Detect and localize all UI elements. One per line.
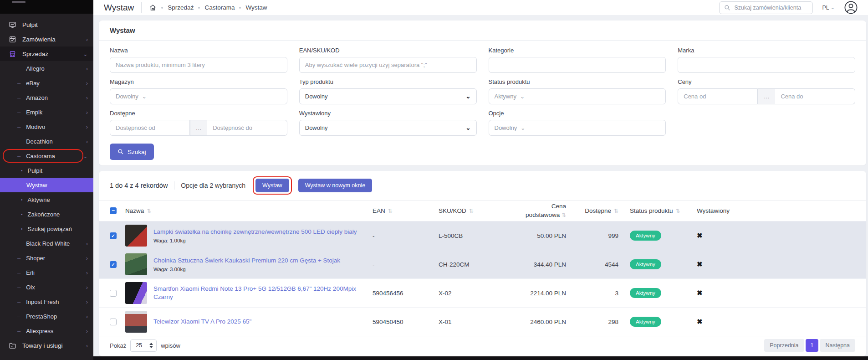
sidebar-item-pulpit[interactable]: Pulpit bbox=[0, 17, 93, 32]
sidebar-item-ebay[interactable]: – eBay › bbox=[0, 76, 93, 90]
status-cell: Aktywny bbox=[618, 259, 697, 269]
next-page-button[interactable]: Następna bbox=[820, 339, 855, 352]
wystaw-new-window-button[interactable]: Wystaw w nowym oknie bbox=[298, 179, 373, 192]
opcje-dropdown[interactable]: Dowolny ⌄ bbox=[489, 120, 666, 136]
home-icon[interactable] bbox=[149, 4, 157, 11]
sidebar-item-castorama-zakonczone[interactable]: • Zakończone bbox=[0, 207, 93, 221]
sidebar-item-castorama-aktywne[interactable]: • Aktywne bbox=[0, 192, 93, 207]
dash-icon: – bbox=[17, 255, 20, 262]
table-row: Choinka Sztuczna Świerk Kaukaski Premium… bbox=[99, 250, 866, 279]
ean-input[interactable] bbox=[299, 57, 477, 73]
sku-cell: CH-220CM bbox=[439, 261, 521, 268]
dash-icon: – bbox=[17, 65, 20, 72]
sidebar-item-decathlon[interactable]: – Decathlon › bbox=[0, 134, 93, 149]
nazwa-input[interactable] bbox=[110, 57, 287, 73]
dashboard-icon bbox=[8, 21, 16, 29]
sidebar-item-inpost-fresh[interactable]: – Inpost Fresh › bbox=[0, 294, 93, 309]
column-header-nazwa[interactable]: Nazwa⇅ bbox=[125, 207, 373, 214]
breadcrumb-castorama[interactable]: Castorama bbox=[204, 4, 235, 11]
magazyn-dropdown[interactable]: Dowolny ⌄ bbox=[110, 88, 287, 104]
product-thumbnail[interactable] bbox=[125, 225, 147, 247]
field-label: Typ produktu bbox=[299, 78, 477, 85]
column-header-status[interactable]: Status produktu⇅ bbox=[618, 207, 697, 214]
chevron-down-icon: ⌄ bbox=[466, 93, 471, 100]
product-thumbnail[interactable] bbox=[125, 311, 147, 333]
available-cell: 999 bbox=[566, 232, 618, 239]
dostepnosc-od-input[interactable] bbox=[110, 120, 190, 136]
marka-input[interactable] bbox=[678, 57, 855, 73]
column-header-cena[interactable]: Cena podstawowa ⇅ bbox=[521, 202, 566, 219]
wystawiony-select[interactable]: Dowolny ⌄ bbox=[299, 120, 477, 136]
sidebar-item-prestashop[interactable]: – PrestaShop › bbox=[0, 309, 93, 324]
cena-do-input[interactable] bbox=[775, 88, 855, 104]
sidebar-item-amazon[interactable]: – Amazon › bbox=[0, 90, 93, 105]
bullet-icon: • bbox=[21, 212, 23, 217]
wystaw-button[interactable]: Wystaw bbox=[255, 179, 289, 192]
sidebar-item-label: Erli bbox=[26, 269, 35, 276]
sidebar-item-shoper[interactable]: – Shoper › bbox=[0, 251, 93, 265]
global-search-input[interactable] bbox=[734, 5, 808, 11]
search-icon bbox=[117, 149, 124, 155]
sidebar-item-allegro[interactable]: – Allegro › bbox=[0, 61, 93, 76]
search-button[interactable]: Szukaj bbox=[110, 144, 154, 160]
language-label: PL bbox=[822, 5, 829, 11]
sidebar-item-erli[interactable]: – Erli › bbox=[0, 265, 93, 280]
page-title: Wystaw bbox=[104, 3, 134, 13]
product-link[interactable]: Lampki światełka na choinkę zewnętrzne/w… bbox=[153, 228, 357, 235]
sidebar-item-aliexpress[interactable]: – Aliexpress › bbox=[0, 324, 93, 338]
dostepnosc-do-input[interactable] bbox=[207, 120, 287, 136]
sidebar-item-castorama[interactable]: – Castorama ⌄ bbox=[0, 149, 93, 163]
entries-label: wpisów bbox=[161, 342, 180, 349]
filter-card-title: Wystaw bbox=[99, 21, 866, 41]
language-selector[interactable]: PL ⌄ bbox=[822, 5, 835, 11]
column-header-dostepne[interactable]: Dostępne⇅ bbox=[566, 207, 618, 214]
sidebar-item-olx[interactable]: – Olx › bbox=[0, 280, 93, 294]
sidebar-item-label: Aktywne bbox=[28, 196, 50, 203]
row-checkbox[interactable] bbox=[110, 261, 117, 268]
selected-options-label: Opcje dla 2 wybranych bbox=[181, 182, 245, 189]
field-wystawiony: Wystawiony Dowolny ⌄ bbox=[299, 104, 477, 136]
sort-icon: ⇅ bbox=[469, 208, 474, 214]
status-produktu-dropdown[interactable]: Aktywny ⌄ bbox=[489, 88, 666, 104]
global-search[interactable] bbox=[719, 1, 813, 14]
sidebar-item-black-red-white[interactable]: – Black Red White › bbox=[0, 236, 93, 251]
column-header-sku[interactable]: SKU/KOD⇅ bbox=[439, 207, 521, 214]
price-cell: 2460.00 PLN bbox=[521, 319, 566, 325]
sidebar-item-empik[interactable]: – Empik › bbox=[0, 105, 93, 119]
not-listed-icon: ✖ bbox=[697, 289, 855, 297]
sidebar-item-castorama-wystaw[interactable]: Wystaw bbox=[0, 178, 93, 192]
page-size-select[interactable]: 25 bbox=[130, 339, 157, 352]
product-link[interactable]: Choinka Sztuczna Świerk Kaukaski Premium… bbox=[153, 257, 340, 264]
product-cell: Choinka Sztuczna Świerk Kaukaski Premium… bbox=[125, 253, 373, 275]
pagination: Poprzednia 1 Następna bbox=[764, 339, 855, 352]
row-checkbox[interactable] bbox=[110, 319, 117, 325]
main-area: Wystaw Sprzedaż Castorama Wystaw PL ⌄ Wy… bbox=[93, 0, 868, 360]
sidebar-item-zamowienia[interactable]: Zamówienia › bbox=[0, 32, 93, 46]
not-listed-icon: ✖ bbox=[697, 231, 855, 240]
product-thumbnail[interactable] bbox=[125, 282, 147, 304]
sidebar-item-label: Aliexpress bbox=[26, 328, 53, 334]
product-link[interactable]: Smartfon Xiaomi Redmi Note 13 Pro+ 5G 12… bbox=[153, 285, 356, 300]
product-link[interactable]: Telewizor Xiaomi TV A Pro 2025 65" bbox=[153, 318, 251, 325]
cena-od-input[interactable] bbox=[678, 88, 758, 104]
ceny-range: ... bbox=[678, 88, 855, 104]
status-badge: Aktywny bbox=[630, 288, 661, 298]
avatar[interactable] bbox=[844, 0, 858, 15]
price-cell: 2214.00 PLN bbox=[521, 290, 566, 297]
breadcrumb-sprzedaz[interactable]: Sprzedaż bbox=[168, 4, 194, 11]
field-ean: EAN/SKU/KOD bbox=[299, 41, 477, 73]
kategorie-input[interactable] bbox=[489, 57, 666, 73]
product-thumbnail[interactable] bbox=[125, 253, 147, 275]
previous-page-button[interactable]: Poprzednia bbox=[764, 339, 804, 352]
sidebar-item-towary-i-uslugi[interactable]: Towary i usługi › bbox=[0, 338, 93, 353]
sidebar-item-sprzedaz[interactable]: Sprzedaż ⌄ bbox=[0, 46, 93, 61]
sidebar-item-modivo[interactable]: – Modivo › bbox=[0, 119, 93, 134]
sidebar-item-castorama-szukaj-powiazan[interactable]: • Szukaj powiązań bbox=[0, 221, 93, 236]
row-checkbox[interactable] bbox=[110, 232, 117, 239]
typ-produktu-select[interactable]: Dowolny ⌄ bbox=[299, 88, 477, 104]
sidebar-item-castorama-pulpit[interactable]: • Pulpit bbox=[0, 163, 93, 178]
row-checkbox[interactable] bbox=[110, 290, 117, 297]
current-page[interactable]: 1 bbox=[806, 339, 819, 352]
select-all-checkbox[interactable] bbox=[110, 207, 117, 214]
column-header-ean[interactable]: EAN⇅ bbox=[373, 207, 439, 214]
